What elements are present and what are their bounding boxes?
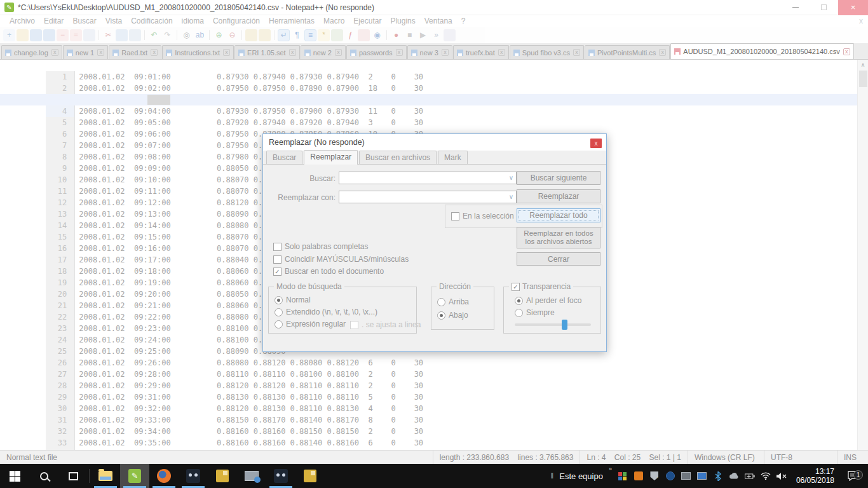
checkbox-icon[interactable] — [451, 212, 459, 220]
replace-all-open-files-button[interactable]: Reemplazar en todos los archivos abierto… — [517, 227, 600, 248]
this-pc-label[interactable]: Este equipo » — [559, 471, 612, 481]
menu-item[interactable]: Macro — [319, 17, 349, 25]
radio-selected-icon[interactable] — [515, 297, 523, 305]
tab-close-icon[interactable]: x — [151, 49, 158, 56]
transparency-slider[interactable] — [515, 323, 591, 326]
always-radio[interactable]: Siempre — [515, 308, 555, 317]
chevron-down-icon[interactable]: ∨ — [509, 174, 513, 181]
find-next-button[interactable]: Buscar siguiente — [517, 171, 600, 185]
tab-close-icon[interactable]: x — [442, 49, 449, 56]
encoding-status[interactable]: UTF-8 — [764, 451, 837, 464]
tab-close-icon[interactable]: x — [51, 49, 58, 56]
toolbar-icon[interactable]: ¶ — [291, 29, 303, 41]
editor-line[interactable]: 292008.01.02 09:31:00 0.88130 0.88130 0.… — [0, 380, 868, 391]
remote-monitor-tray-icon[interactable] — [697, 471, 707, 481]
eol-format-status[interactable]: Windows (CR LF) — [688, 451, 764, 464]
menu-item[interactable]: Herramientas — [264, 17, 319, 25]
replace-combobox[interactable]: ∨ — [339, 191, 517, 203]
file-tab[interactable]: Spud fibo v3.cs x — [510, 45, 584, 59]
dialog-tab[interactable]: Buscar — [266, 151, 302, 164]
menu-item[interactable]: Ventana — [420, 17, 457, 25]
editor-line[interactable]: 52008.01.02 09:05:00 0.87920 0.87940 0.8… — [0, 105, 868, 117]
toolbar-icon[interactable]: ƒ — [344, 29, 356, 41]
close-button[interactable]: × — [838, 0, 868, 15]
in-selection-checkbox[interactable]: En la selección — [451, 212, 514, 220]
vertical-scrollbar[interactable]: ∧ — [857, 60, 868, 450]
menu-item[interactable]: Vista — [101, 17, 126, 25]
tab-close-icon[interactable]: x — [843, 48, 850, 55]
checkbox-checked-icon[interactable] — [512, 283, 520, 291]
editor-line[interactable]: 342008.01.02 09:36:00 0.88150 0.88160 0.… — [0, 437, 868, 449]
tab-close-icon[interactable]: x — [396, 49, 403, 56]
down-radio[interactable]: Abajo — [437, 311, 468, 320]
monitor-tray-icon[interactable] — [681, 471, 691, 481]
toolbar-icon[interactable]: ▶ — [417, 29, 429, 41]
tab-close-icon[interactable]: x — [223, 49, 230, 56]
file-tab[interactable]: change.log x — [1, 45, 62, 59]
file-tab[interactable]: new 2 x — [301, 45, 346, 59]
toolbar-icon[interactable]: ↶ — [148, 29, 160, 41]
toolbar-icon[interactable]: ↷ — [161, 29, 173, 41]
menu-item[interactable]: idioma — [177, 17, 208, 25]
toolbar-icon[interactable] — [331, 29, 343, 41]
editor-line[interactable]: 62008.01.02 09:06:00 0.87950 0.87980 0.8… — [0, 117, 868, 128]
taskbar-app-owl-1[interactable] — [179, 464, 208, 488]
battery-tray-icon[interactable] — [745, 471, 755, 481]
editor-line[interactable]: 22008.01.02 09:02:00 0.87950 0.87950 0.8… — [0, 71, 868, 83]
toolbar-icon[interactable]: * — [318, 29, 330, 41]
radio-icon[interactable] — [275, 320, 283, 329]
taskbar-app-yellow-docs-1[interactable] — [208, 464, 237, 488]
extended-radio[interactable]: Extendido (\n, \r, \t, \0, \x...) — [275, 308, 377, 316]
toolbar-icon[interactable] — [177, 30, 177, 40]
wrap-around-checkbox[interactable]: Buscar en todo el documento — [273, 267, 384, 276]
dialog-tab[interactable]: Mark — [438, 151, 468, 164]
editor-line[interactable]: 42008.01.02 09:04:00 0.87930 0.87950 0.8… — [0, 94, 868, 105]
file-tab[interactable]: Raed.txt x — [109, 45, 161, 59]
menu-item[interactable]: Editar — [39, 17, 68, 25]
radio-selected-icon[interactable] — [275, 296, 283, 304]
document-close-icon[interactable]: x — [859, 17, 863, 25]
tab-close-icon[interactable]: x — [573, 49, 580, 56]
menu-item[interactable]: ? — [457, 17, 470, 25]
notifications-button[interactable]: 1 — [844, 471, 863, 481]
toolbar-icon[interactable] — [98, 30, 99, 40]
file-tab[interactable]: ERI 1.05.set x — [234, 45, 300, 59]
tab-close-icon[interactable]: x — [498, 49, 505, 56]
editor-line[interactable]: 282008.01.02 09:29:00 0.88120 0.88120 0.… — [0, 369, 868, 380]
normal-radio[interactable]: Normal — [275, 295, 311, 304]
toolbar-icon[interactable]: ab — [194, 29, 206, 41]
toolbar-icon[interactable]: − — [57, 29, 69, 41]
chevrons-icon[interactable]: » — [609, 466, 612, 472]
toolbar-icon[interactable] — [116, 29, 128, 41]
file-tab[interactable]: passwords x — [346, 45, 407, 59]
task-view-button[interactable] — [58, 464, 88, 488]
dialog-tab[interactable]: Buscar en archivos — [359, 151, 437, 164]
toolbar-icon[interactable] — [259, 29, 271, 41]
file-tab[interactable]: Instructions.txt x — [162, 45, 234, 59]
toolbar-icon[interactable] — [144, 30, 145, 40]
menu-item[interactable]: Codificación — [126, 17, 177, 25]
radio-selected-icon[interactable] — [437, 311, 445, 320]
toolbar-icon[interactable] — [209, 30, 210, 40]
toolbar-icon[interactable] — [17, 29, 29, 41]
scrollbar-thumb[interactable] — [859, 71, 867, 87]
taskbar-app-remote-pc[interactable] — [237, 464, 266, 488]
editor-line[interactable]: 302008.01.02 09:32:00 0.88120 0.88130 0.… — [0, 391, 868, 403]
toolbar-icon[interactable] — [386, 30, 387, 40]
replace-all-button[interactable]: Reemplazar todo — [517, 208, 600, 222]
maximize-button[interactable] — [810, 0, 838, 15]
toolbar-icon[interactable]: ● — [390, 29, 402, 41]
editor-line[interactable]: 272008.01.02 09:28:00 0.88110 0.88110 0.… — [0, 357, 868, 369]
toolbar-icon[interactable] — [43, 29, 55, 41]
toolbar-icon[interactable]: + — [3, 29, 15, 41]
menu-item[interactable]: Ejecutar — [349, 17, 386, 25]
dialog-close-icon[interactable]: x — [590, 139, 602, 148]
blue-ball-tray-icon[interactable] — [665, 471, 675, 481]
radio-icon[interactable] — [437, 298, 445, 306]
search-button[interactable] — [29, 464, 58, 488]
replace-input[interactable] — [339, 191, 502, 203]
dialog-tab[interactable]: Reemplazar — [304, 150, 358, 165]
transparency-legend[interactable]: Transparencia — [509, 282, 573, 291]
menu-item[interactable]: Buscar — [68, 17, 100, 25]
file-tab[interactable]: AUDUSD_M1_200801020000_201805042140.csv … — [670, 43, 853, 59]
